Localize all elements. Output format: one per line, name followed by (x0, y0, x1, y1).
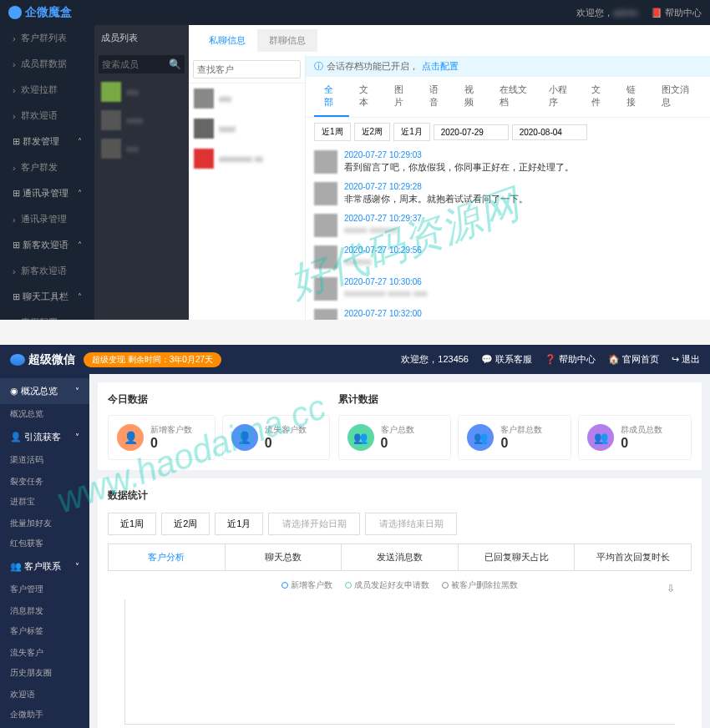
legend-friend-req: 成员发起好友申请数 (354, 579, 429, 591)
btn-1week[interactable]: 近1周 (108, 513, 156, 535)
stat-icon: 👤 (231, 424, 258, 451)
filter-doc[interactable]: 在线文档 (489, 77, 540, 117)
nav-sub-item[interactable]: 企微助手 (10, 709, 43, 720)
stat-card: 👥 客户群总数 0 (458, 415, 571, 460)
nav-new-welcome-sub[interactable]: › 新客欢迎语 (0, 258, 94, 284)
nav-contacts[interactable]: ⊞ 通讯录管理˄ (0, 180, 94, 206)
stats-panel: 今日数据 👤 新增客户数 0 👤 流失客户数 0 累计数据 👥 客户总数 0 👥… (98, 382, 702, 470)
notice-bar: ⓘ 会话存档功能已开启， 点击配置 (306, 56, 710, 77)
nav-overview[interactable]: ◉ 概况总览˅ (0, 378, 89, 404)
nav-overview-sub[interactable]: 概况总览 (10, 408, 43, 420)
search-icon[interactable]: 🔍 (169, 58, 181, 70)
msg-time: 2020-07-27 10:29:03 (344, 150, 702, 159)
date-to[interactable] (512, 124, 587, 140)
stat-label: 客户群总数 (500, 424, 542, 436)
download-icon[interactable]: ⇩ (667, 583, 675, 594)
nav-group-send[interactable]: ⊞ 群发管理˄ (0, 129, 94, 154)
contact-item[interactable]: xxxx (189, 114, 305, 144)
contact-item[interactable]: xxxxxxxx xx (189, 144, 305, 174)
filter-file[interactable]: 文件 (581, 77, 616, 117)
legend-dot-icon (345, 582, 352, 589)
nav-customer-groupsend[interactable]: › 客户群发 (0, 154, 94, 180)
filter-tabs: 全部 文本 图片 语音 视频 在线文档 小程序 文件 链接 图文消息 (306, 77, 710, 118)
tab-customer-analysis[interactable]: 客户分析 (109, 544, 226, 570)
tab-reply-ratio[interactable]: 已回复聊天占比 (459, 544, 576, 570)
date-2week[interactable]: 近2周 (354, 123, 391, 141)
tab-chat-total[interactable]: 聊天总数 (226, 544, 342, 570)
nav-customer-contact[interactable]: 👥 客户联系˅ (0, 554, 89, 579)
msg-time: 2020-07-27 10:29:56 (344, 245, 702, 255)
message-item: 2020-07-27 10:30:06 xxxxxxxxx xxxxx xxx (314, 277, 702, 301)
date-end-input[interactable]: 请选择结束日期 (365, 513, 457, 535)
logout-link[interactable]: ↪ 退出 (672, 353, 700, 366)
filter-video[interactable]: 视频 (454, 77, 489, 117)
app2-header: 超级微信 超级变现 剩余时间：3年0月27天 欢迎您，123456 💬 联系客服… (0, 345, 710, 374)
nav-sub-item[interactable]: 消息群发 (10, 605, 43, 617)
help-link[interactable]: ❓ 帮助中心 (545, 353, 596, 366)
btn-2week[interactable]: 近2周 (161, 513, 210, 535)
nav-welcome-group[interactable]: › 欢迎拉群 (0, 77, 94, 103)
nav-customer-group-list[interactable]: › 客户群列表 (0, 25, 94, 51)
filter-link[interactable]: 链接 (616, 77, 652, 117)
nav-sub-item[interactable]: 进群宝 (10, 496, 35, 508)
chart-legend: 新增客户数 成员发起好友申请数 被客户删除拉黑数 (108, 571, 692, 599)
stat-icon: 👤 (117, 424, 144, 451)
app1-container: 企微魔盒 欢迎您，admin 📕 帮助中心 › 客户群列表 › 成员群数据 › … (0, 0, 710, 320)
contact-item[interactable]: xxx (189, 83, 305, 114)
member-item[interactable]: xxx (94, 78, 189, 106)
nav-new-welcome[interactable]: ⊞ 新客欢迎语˄ (0, 232, 94, 258)
total-title: 累计数据 (338, 392, 692, 407)
contact-link[interactable]: 💬 联系客服 (481, 353, 532, 366)
nav-acquisition[interactable]: 👤 引流获客˅ (0, 424, 89, 450)
tab-private[interactable]: 私聊信息 (197, 29, 257, 52)
filter-richtext[interactable]: 图文消息 (652, 77, 702, 117)
member-item[interactable]: xxx (94, 134, 189, 163)
stat-label: 新增客户数 (150, 424, 192, 436)
btn-1month[interactable]: 近1月 (215, 513, 263, 535)
nav-toolbar-sub[interactable]: › 应用配置 (0, 310, 94, 320)
filter-voice[interactable]: 语音 (419, 77, 454, 117)
nav-sub-item[interactable]: 批量加好友 (10, 518, 52, 529)
nav-sub-item[interactable]: 客户管理 (10, 584, 43, 595)
tab-group[interactable]: 群聊信息 (257, 29, 317, 52)
nav-group-welcome[interactable]: › 群欢迎语 (0, 103, 94, 129)
nav-sub-item[interactable]: 裂变任务 (10, 476, 43, 488)
stat-value: 0 (500, 436, 542, 451)
tab-avg-reply[interactable]: 平均首次回复时长 (575, 544, 691, 570)
date-1week[interactable]: 近1周 (314, 123, 351, 141)
member-item[interactable]: xxxx (94, 106, 189, 134)
nav-sub-item[interactable]: 红包获客 (10, 538, 43, 549)
member-search[interactable]: 🔍 (99, 55, 185, 73)
help-link[interactable]: 📕 帮助中心 (651, 7, 702, 19)
contact-search-input[interactable] (193, 60, 301, 78)
date-from[interactable] (434, 124, 509, 140)
filter-text[interactable]: 文本 (349, 77, 384, 117)
tab-msg-sent[interactable]: 发送消息数 (342, 544, 459, 570)
data-title: 数据统计 (108, 488, 692, 503)
home-link[interactable]: 🏠 官网首页 (608, 353, 659, 366)
msg-time: 2020-07-27 10:32:00 (344, 309, 702, 318)
notice-link[interactable]: 点击配置 (422, 60, 459, 73)
msg-avatar (314, 245, 337, 269)
msg-avatar (314, 309, 337, 320)
messages-list: 2020-07-27 10:29:03 看到留言了吧，你放假我，你同事正好在，正… (306, 146, 710, 320)
nav-contacts-sub[interactable]: › 通讯录管理 (0, 206, 94, 232)
nav-chat-toolbar[interactable]: ⊞ 聊天工具栏˄ (0, 284, 94, 310)
date-start-input[interactable]: 请选择开始日期 (268, 513, 360, 535)
nav-sub-item[interactable]: 客户标签 (10, 625, 43, 637)
nav-sub-item[interactable]: 渠道活码 (10, 454, 43, 466)
stat-label: 群成员总数 (621, 424, 662, 436)
stat-label: 流失客户数 (265, 424, 307, 436)
chart-area: ⇩ (124, 599, 675, 725)
filter-miniapp[interactable]: 小程序 (539, 77, 581, 117)
member-search-input[interactable] (102, 59, 169, 69)
members-title: 成员列表 (94, 25, 189, 51)
nav-sub-item[interactable]: 历史朋友圈 (10, 667, 52, 679)
filter-image[interactable]: 图片 (384, 77, 419, 117)
nav-sub-item[interactable]: 流失客户 (10, 647, 43, 659)
legend-blocked: 被客户删除拉黑数 (451, 579, 518, 591)
date-1month[interactable]: 近1月 (393, 123, 430, 141)
nav-member-group-data[interactable]: › 成员群数据 (0, 51, 94, 77)
nav-sub-item[interactable]: 欢迎语 (10, 689, 35, 700)
filter-all[interactable]: 全部 (314, 77, 349, 117)
